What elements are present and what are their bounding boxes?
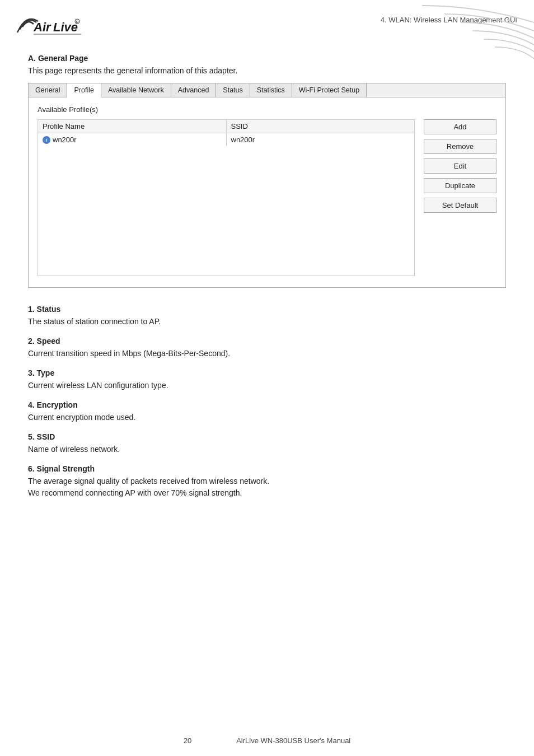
svg-text:Air: Air [33, 20, 51, 34]
section-4-heading: 4. Encryption [28, 400, 506, 409]
tab-statistics[interactable]: Statistics [250, 83, 292, 97]
tab-profile[interactable]: Profile [67, 83, 101, 97]
section-1-text: The status of station connection to AP. [28, 316, 506, 328]
add-button[interactable]: Add [424, 119, 496, 134]
section-5-heading: 5. SSID [28, 432, 506, 441]
profile-layout: Profile Name SSID wn200r wn200r Add Remo [38, 119, 496, 276]
section-3-heading: 3. Type [28, 368, 506, 377]
profile-buttons: Add Remove Edit Duplicate Set Default [424, 119, 496, 276]
section-4: 4. Encryption Current encryption mode us… [28, 400, 506, 423]
section-6-heading: 6. Signal Strength [28, 464, 506, 473]
svg-text:Live: Live [53, 20, 78, 34]
section-2-heading: 2. Speed [28, 337, 506, 346]
section-a-heading: A. General Page [28, 54, 506, 63]
section-2: 2. Speed Current transition speed in Mbp… [28, 337, 506, 360]
profile-name-text: wn200r [53, 136, 77, 144]
table-row[interactable]: wn200r wn200r [38, 133, 414, 146]
profile-name-cell: wn200r [38, 133, 227, 146]
duplicate-button[interactable]: Duplicate [424, 178, 496, 193]
section-5: 5. SSID Name of wireless network. [28, 432, 506, 455]
remove-button[interactable]: Remove [424, 139, 496, 154]
page-number: 20 [184, 736, 191, 745]
section-1-heading: 1. Status [28, 305, 506, 314]
section-1: 1. Status The status of station connecti… [28, 305, 506, 328]
col-header-name: Profile Name [38, 120, 227, 133]
section-2-text: Current transition speed in Mbps (Mega-B… [28, 348, 506, 360]
section-5-text: Name of wireless network. [28, 444, 506, 455]
chapter-label: 4. WLAN: Wireless LAN Management GUI [381, 10, 517, 24]
edit-button[interactable]: Edit [424, 158, 496, 174]
profile-table: Profile Name SSID wn200r wn200r [38, 119, 415, 276]
section-6-text1: The average signal quality of packets re… [28, 475, 506, 487]
section-6: 6. Signal Strength The average signal qu… [28, 464, 506, 499]
available-profiles-label: Available Profile(s) [38, 105, 496, 114]
tab-available-network[interactable]: Available Network [101, 83, 171, 97]
section-3-text: Current wireless LAN configuration type. [28, 380, 506, 391]
tab-bar: General Profile Available Network Advanc… [29, 83, 505, 97]
svg-text:R: R [76, 20, 79, 24]
manual-title: AirLive WN-380USB User's Manual [236, 736, 350, 745]
profile-table-header: Profile Name SSID [38, 120, 414, 133]
footer: 20 AirLive WN-380USB User's Manual [0, 736, 534, 745]
main-content: A. General Page This page represents the… [0, 43, 534, 519]
tab-wifi-protect-setup[interactable]: Wi-Fi Protect Setup [292, 83, 367, 97]
tab-advanced[interactable]: Advanced [171, 83, 217, 97]
tab-content-profile: Available Profile(s) Profile Name SSID w… [29, 97, 505, 287]
section-3: 3. Type Current wireless LAN configurati… [28, 368, 506, 391]
set-default-button[interactable]: Set Default [424, 198, 496, 213]
airlive-logo: Air Live R [17, 10, 84, 43]
col-header-ssid: SSID [227, 120, 415, 133]
tab-general[interactable]: General [29, 83, 67, 97]
profile-connected-icon [43, 136, 50, 144]
logo-area: Air Live R [17, 10, 84, 43]
tab-status[interactable]: Status [216, 83, 250, 97]
tab-panel: General Profile Available Network Advanc… [28, 83, 506, 288]
section-4-text: Current encryption mode used. [28, 412, 506, 423]
header: Air Live R 4. WLAN: Wireless LAN Managem… [0, 0, 534, 43]
section-6-text2: We recommend connecting AP with over 70%… [28, 487, 506, 499]
section-a-description: This page represents the general informa… [28, 66, 506, 75]
profile-ssid-cell: wn200r [227, 133, 415, 146]
